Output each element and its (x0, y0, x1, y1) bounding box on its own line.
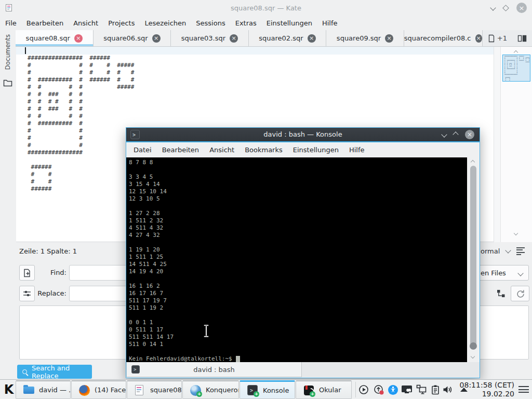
terminal-area[interactable]: 8 7 8 8 3 3 4 5 3 15 4 14 12 15 10 14 12… (126, 157, 467, 362)
kate-maximize-icon[interactable] (502, 5, 509, 11)
task-okular[interactable]: + Okular (296, 380, 352, 399)
tab-square02-sqr[interactable]: square02.sqr × (249, 30, 327, 46)
scrollbar-thumb[interactable] (470, 166, 476, 347)
network-connections-icon[interactable] (416, 384, 427, 395)
more-documents-button[interactable]: +1 (483, 30, 512, 46)
clock-date: 19.02.20 (460, 390, 514, 398)
media-player-icon[interactable] (358, 384, 369, 395)
folder-icon (23, 384, 35, 396)
terminal-scrollbar[interactable] (467, 157, 480, 362)
input-mode-status[interactable]: ormal (481, 247, 500, 255)
konsole-window-title: david : bash — Konsole (126, 130, 480, 138)
chevron-down-icon (517, 270, 523, 276)
task-label: (14) Face... (95, 386, 126, 394)
application-launcher-kde-icon[interactable]: K (2, 382, 16, 397)
konsole-maximize-icon[interactable] (453, 131, 458, 137)
clock-time: 08:11:58 (CET) (460, 381, 514, 390)
konsole-titlebar[interactable]: > david : bash — Konsole × (126, 128, 480, 141)
firefox-icon (79, 384, 90, 396)
tab-david-bash[interactable]: > david : bash (126, 362, 302, 377)
software-updates-icon[interactable] (373, 384, 384, 395)
editor-minimap[interactable]: ################ ###### # # # # ##### # … (500, 47, 532, 242)
plus-badge: + (254, 391, 259, 397)
task-konqueror[interactable]: + Konqueror (182, 380, 239, 399)
expand-results-tree-icon[interactable] (496, 289, 506, 298)
minimap-viewport[interactable]: ################ ###### # # # # ##### # … (502, 55, 530, 82)
tab-close-icon[interactable]: × (152, 34, 161, 43)
tab-square03-sqr[interactable]: square03.sqr × (171, 30, 249, 46)
konqueror-globe-icon: + (190, 384, 202, 396)
task-kate-square08[interactable]: square08.... (127, 380, 182, 399)
chevron-down-icon[interactable] (506, 247, 511, 253)
tab-square09-sqr[interactable]: square09.sqr × (326, 30, 404, 46)
task-label: Konqueror (206, 386, 239, 394)
kate-document-icon (135, 384, 146, 396)
scroll-up-icon[interactable] (471, 160, 475, 164)
konsole-menu-einstellungen[interactable]: Einstellungen (293, 146, 339, 154)
kate-menu-file[interactable]: File (5, 19, 17, 27)
tab-close-icon[interactable]: × (308, 34, 316, 43)
task-label: Konsole (263, 387, 289, 394)
konsole-menu-datei[interactable]: Datei (134, 146, 152, 154)
kate-menu-extras[interactable]: Extras (235, 19, 257, 27)
editor-scrollbar-track[interactable] (494, 47, 500, 242)
tab-label: square08.sqr (26, 34, 70, 42)
plus-badge: + (310, 391, 315, 397)
scroll-up-icon[interactable] (514, 50, 518, 55)
text-lines-icon[interactable] (516, 247, 525, 255)
kate-menu-ansicht[interactable]: Ansicht (73, 19, 98, 27)
refresh-search-button[interactable] (511, 286, 529, 301)
split-view-button[interactable] (512, 30, 532, 46)
task-firefox-facebook[interactable]: (14) Face... (71, 380, 126, 399)
scroll-down-icon[interactable] (471, 354, 475, 358)
digital-clock[interactable]: 08:11:58 (CET) 19.02.20 (460, 381, 514, 398)
document-plus-icon (23, 269, 32, 277)
tab-squarecompiler08-c[interactable]: squarecompiler08.c × (404, 30, 483, 46)
clipboard-icon[interactable] (430, 384, 441, 395)
kate-menu-lesezeichen[interactable]: Lesezeichen (144, 19, 186, 27)
tab-close-icon[interactable]: × (230, 34, 238, 43)
tab-square08-sqr[interactable]: square08.sqr × (16, 30, 94, 46)
mouse-ibeam-cursor (203, 324, 209, 338)
tab-close-icon[interactable]: × (74, 34, 83, 43)
tab-close-icon[interactable]: × (475, 34, 482, 43)
editor-text: ################ ###### # # # # ##### # … (28, 55, 134, 193)
tab-square06-sqr[interactable]: square06.sqr × (94, 30, 171, 46)
kate-minimize-icon[interactable] (490, 5, 496, 10)
konsole-minimize-icon[interactable] (441, 131, 447, 137)
panel-menu-icon[interactable] (518, 386, 529, 393)
search-and-replace-tab-button[interactable]: Search and Replace (17, 365, 92, 379)
volume-icon[interactable] (442, 384, 454, 395)
new-search-tab-button[interactable] (19, 265, 35, 281)
konsole-menu-bookmarks[interactable]: Bookmarks (245, 146, 283, 154)
tab-label: square06.sqr (103, 34, 148, 42)
tab-label: square09.sqr (337, 34, 381, 42)
kate-menu-sessions[interactable]: Sessions (196, 19, 225, 27)
tab-label: square03.sqr (181, 34, 225, 42)
filesystem-browser-icon[interactable] (3, 79, 12, 87)
refresh-icon (516, 289, 525, 298)
kate-menu-einstellungen[interactable]: Einstellungen (267, 19, 312, 27)
konsole-menu-hilfe[interactable]: Hilfe (349, 146, 365, 154)
tab-close-icon[interactable]: × (385, 34, 393, 43)
konsole-window: > david : bash — Konsole × Datei Bearbei… (126, 127, 480, 378)
kate-menu-bearbeiten[interactable]: Bearbeiten (26, 19, 63, 27)
search-scope-value: en Files (481, 269, 506, 277)
konsole-close-icon[interactable]: × (465, 130, 474, 139)
task-dolphin-david[interactable]: david — ... (16, 380, 71, 399)
konsole-menu-bearbeiten[interactable]: Bearbeiten (162, 146, 199, 154)
kate-menu-hilfe[interactable]: Hilfe (322, 19, 338, 27)
task-konsole[interactable]: > + Konsole (240, 380, 295, 399)
konsole-menu-ansicht[interactable]: Ansicht (209, 146, 234, 154)
kate-menu-projects[interactable]: Projects (108, 19, 135, 27)
scrollbar-handle-dot[interactable] (470, 342, 477, 350)
scroll-down-icon[interactable] (514, 231, 518, 235)
accessibility-icon[interactable] (387, 384, 398, 395)
kate-close-icon[interactable]: × (516, 3, 527, 13)
text-caret (25, 47, 26, 54)
screen-cloud-icon[interactable] (401, 384, 413, 395)
kate-titlebar[interactable]: square08.sqr — Kate × (0, 0, 532, 16)
find-label: Find: (36, 269, 66, 276)
current-line-highlight (16, 47, 494, 55)
sidebar-tab-documents[interactable]: Documents (4, 34, 11, 72)
